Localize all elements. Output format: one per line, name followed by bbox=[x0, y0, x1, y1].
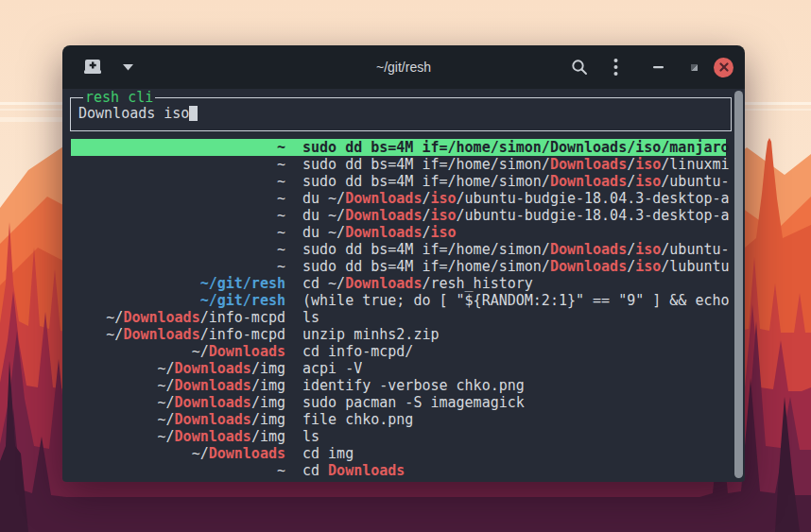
plain-text: /resh_history bbox=[422, 275, 532, 292]
plain-text: cd ~/ bbox=[302, 275, 345, 292]
plain-text: sudo dd bs=4M if=/home/simon/ bbox=[302, 173, 550, 190]
match-text: iso bbox=[430, 207, 456, 224]
plain-text: ~ bbox=[277, 207, 285, 224]
match-text: Downloads bbox=[550, 258, 627, 275]
plain-text: identify -verbose chko.png bbox=[302, 377, 525, 394]
directory-path-text: ~/git/resh bbox=[200, 275, 285, 292]
plain-text: du ~/ bbox=[302, 207, 345, 224]
match-text: Downloads bbox=[175, 394, 251, 411]
plain-text: /ubuntu- bbox=[661, 241, 729, 258]
scrollbar-thumb[interactable] bbox=[734, 91, 743, 478]
titlebar[interactable]: ~/git/resh bbox=[62, 45, 745, 89]
history-row[interactable]: ~/Downloads/info-mcpdls bbox=[71, 309, 726, 326]
match-text: iso bbox=[635, 241, 661, 258]
history-row[interactable]: ~/Downloads/info-mcpdunzip minhs2.zip bbox=[71, 326, 726, 343]
plain-text: /manjaro bbox=[661, 139, 729, 156]
history-row[interactable]: ~du ~/Downloads/iso/ubuntu-budgie-18.04.… bbox=[71, 207, 726, 224]
history-row[interactable]: ~/git/resh(while true; do [ "${RANDOM:2:… bbox=[71, 292, 726, 309]
plain-text: / bbox=[627, 139, 635, 156]
history-row[interactable]: ~/Downloads/imgidentify -verbose chko.pn… bbox=[71, 377, 726, 394]
search-button[interactable] bbox=[565, 53, 594, 81]
row-directory: ~ bbox=[71, 207, 285, 224]
history-list: ~sudo dd bs=4M if=/home/simon/Downloads/… bbox=[71, 139, 726, 479]
chevron-down-icon bbox=[123, 64, 133, 71]
plain-text: ~ bbox=[277, 190, 285, 207]
close-icon bbox=[719, 62, 729, 72]
plain-text: /info-mcpd bbox=[200, 309, 285, 326]
plain-text: ~ bbox=[277, 241, 285, 258]
plain-text: (while true; do [ "${RANDOM:2:1}" == "9"… bbox=[302, 292, 730, 309]
plain-text: ~/ bbox=[158, 377, 175, 394]
history-row[interactable]: ~cd Downloads bbox=[71, 462, 726, 479]
row-directory: ~ bbox=[71, 173, 285, 190]
row-command: sudo dd bs=4M if=/home/simon/Downloads/i… bbox=[285, 173, 730, 190]
directory-path-text: ~/git/resh bbox=[200, 292, 285, 309]
row-directory: ~/Downloads/info-mcpd bbox=[71, 309, 285, 326]
match-text: Downloads bbox=[328, 462, 405, 479]
restore-button[interactable] bbox=[680, 53, 708, 81]
row-directory: ~/git/resh bbox=[71, 292, 285, 309]
match-text: iso bbox=[430, 224, 456, 241]
history-row[interactable]: ~/Downloadscd info-mcpd/ bbox=[71, 343, 726, 360]
history-row[interactable]: ~sudo dd bs=4M if=/home/simon/Downloads/… bbox=[71, 156, 726, 173]
plain-text: ls bbox=[302, 428, 319, 445]
row-directory: ~/git/resh bbox=[71, 275, 285, 292]
plain-text: cd info-mcpd/ bbox=[302, 343, 413, 360]
row-directory: ~/Downloads bbox=[71, 343, 285, 360]
history-row[interactable]: ~/Downloads/imgacpi -V bbox=[71, 360, 726, 377]
row-directory: ~/Downloads/img bbox=[71, 360, 285, 377]
row-command: ls bbox=[285, 309, 319, 326]
row-command: sudo dd bs=4M if=/home/simon/Downloads/i… bbox=[285, 258, 730, 275]
history-row[interactable]: ~/Downloads/imgsudo pacman -S imagemagic… bbox=[71, 394, 726, 411]
plain-text: /lubuntu bbox=[661, 258, 729, 275]
row-command: du ~/Downloads/iso/ubuntu-budgie-18.04.3… bbox=[285, 207, 730, 224]
history-row[interactable]: ~/git/reshcd ~/Downloads/resh_history bbox=[71, 275, 726, 292]
close-button[interactable] bbox=[714, 58, 733, 77]
minimize-button[interactable] bbox=[645, 53, 673, 81]
new-tab-button[interactable] bbox=[80, 55, 105, 79]
text-cursor bbox=[189, 106, 198, 121]
plain-text: file chko.png bbox=[302, 411, 413, 428]
history-row[interactable]: ~/Downloadscd img bbox=[71, 445, 726, 462]
row-command: sudo dd bs=4M if=/home/simon/Downloads/i… bbox=[285, 156, 730, 173]
match-text: Downloads bbox=[550, 139, 627, 156]
plain-text: cd img bbox=[302, 445, 354, 462]
row-command: cd info-mcpd/ bbox=[285, 343, 413, 360]
search-query-input[interactable]: Downloads iso bbox=[78, 105, 731, 122]
history-row[interactable]: ~du ~/Downloads/iso/ubuntu-budgie-18.04.… bbox=[71, 190, 726, 207]
match-text: Downloads bbox=[175, 377, 251, 394]
plain-text: ~ bbox=[277, 139, 285, 156]
row-directory: ~ bbox=[71, 224, 285, 241]
history-row[interactable]: ~/Downloads/imgls bbox=[71, 428, 726, 445]
match-text: Downloads bbox=[123, 326, 199, 343]
match-text: Downloads bbox=[550, 173, 627, 190]
history-row[interactable]: ~du ~/Downloads/iso bbox=[71, 224, 726, 241]
plain-text: ~/ bbox=[158, 428, 175, 445]
terminal-content: resh cli Downloads iso ~sudo dd bs=4M if… bbox=[62, 89, 745, 482]
match-text: iso bbox=[635, 173, 661, 190]
row-command: sudo dd bs=4M if=/home/simon/Downloads/i… bbox=[285, 241, 730, 258]
plain-text: /img bbox=[251, 377, 285, 394]
match-text: Downloads bbox=[175, 428, 251, 445]
menu-button[interactable] bbox=[601, 53, 630, 81]
history-row[interactable]: ~/Downloads/imgfile chko.png bbox=[71, 411, 726, 428]
row-command: file chko.png bbox=[285, 411, 413, 428]
match-text: iso bbox=[635, 156, 661, 173]
tab-dropdown-button[interactable] bbox=[119, 53, 136, 81]
history-row-selected[interactable]: ~sudo dd bs=4M if=/home/simon/Downloads/… bbox=[71, 139, 726, 156]
row-command: identify -verbose chko.png bbox=[285, 377, 525, 394]
plain-text: ~/ bbox=[158, 394, 175, 411]
history-row[interactable]: ~sudo dd bs=4M if=/home/simon/Downloads/… bbox=[71, 241, 726, 258]
row-directory: ~/Downloads/img bbox=[71, 394, 285, 411]
plain-text: sudo pacman -S imagemagick bbox=[302, 394, 525, 411]
match-text: Downloads bbox=[345, 224, 422, 241]
history-row[interactable]: ~sudo dd bs=4M if=/home/simon/Downloads/… bbox=[71, 258, 726, 275]
row-command: sudo dd bs=4M if=/home/simon/Downloads/i… bbox=[285, 139, 730, 156]
plain-text: /ubuntu-budgie-18.04.3-desktop-a bbox=[457, 207, 730, 224]
plain-text: ~/ bbox=[158, 360, 175, 377]
history-row[interactable]: ~sudo dd bs=4M if=/home/simon/Downloads/… bbox=[71, 173, 726, 190]
row-directory: ~ bbox=[71, 139, 285, 156]
plain-text: ~/ bbox=[158, 411, 175, 428]
row-directory: ~ bbox=[71, 462, 285, 479]
row-directory: ~ bbox=[71, 156, 285, 173]
